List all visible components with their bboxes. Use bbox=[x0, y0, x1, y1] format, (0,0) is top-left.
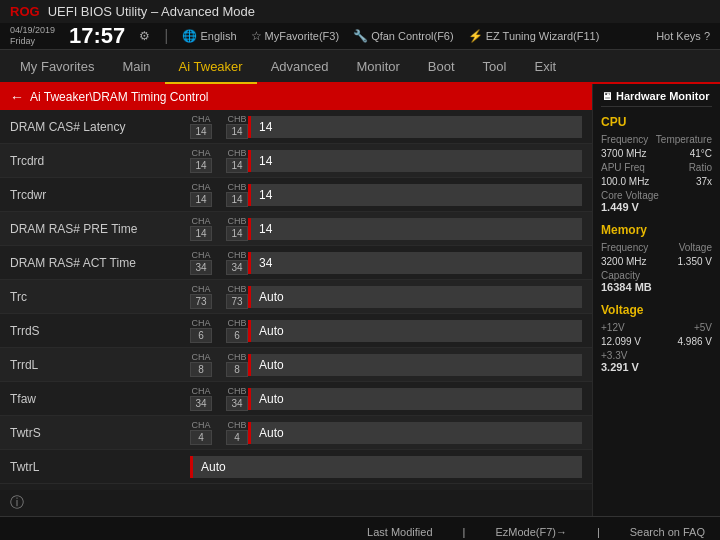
setting-value[interactable]: Auto bbox=[190, 456, 582, 478]
mem-freq-val-row: 3200 MHz 1.350 V bbox=[601, 256, 712, 267]
tab-my-favorites[interactable]: My Favorites bbox=[6, 49, 108, 83]
voltage-12-row: +12V +5V bbox=[601, 322, 712, 333]
tab-ai-tweaker[interactable]: Ai Tweaker bbox=[165, 50, 257, 84]
language-label: English bbox=[200, 30, 236, 42]
setting-name: Trcdwr bbox=[10, 188, 190, 202]
setting-value[interactable]: 14 bbox=[248, 150, 582, 172]
setting-value[interactable]: Auto bbox=[248, 422, 582, 444]
star-icon: ☆ bbox=[251, 29, 262, 43]
ez-tuning-button[interactable]: ⚡ EZ Tuning Wizard(F11) bbox=[468, 29, 600, 43]
time-display: 17:57 bbox=[69, 25, 125, 47]
table-row[interactable]: DRAM RAS# PRE TimeCHA14CHB1414 bbox=[0, 212, 592, 246]
main-layout: ← Ai Tweaker\DRAM Timing Control DRAM CA… bbox=[0, 84, 720, 516]
table-row[interactable]: TrrdSCHA6CHB6Auto bbox=[0, 314, 592, 348]
cpu-freq-val: 3700 MHz bbox=[601, 148, 647, 159]
table-row[interactable]: TrcdwrCHA14CHB1414 bbox=[0, 178, 592, 212]
voltage-label: Voltage bbox=[601, 303, 712, 317]
setting-value[interactable]: 14 bbox=[248, 116, 582, 138]
table-row[interactable]: TrrdLCHA8CHB8Auto bbox=[0, 348, 592, 382]
bios-title: UEFI BIOS Utility – Advanced Mode bbox=[48, 4, 255, 19]
setting-name: TrrdL bbox=[10, 358, 190, 372]
ez-mode-button[interactable]: EzMode(F7)→ bbox=[495, 526, 567, 538]
channel-group: CHA4CHB4 bbox=[190, 420, 248, 445]
myfavorites-label: MyFavorite(F3) bbox=[265, 30, 340, 42]
cpu-ratio-key: Ratio bbox=[689, 162, 712, 173]
channel-group: CHA14CHB14 bbox=[190, 182, 248, 207]
v33-key: +3.3V bbox=[601, 350, 712, 361]
cpu-section: CPU Frequency Temperature 3700 MHz 41°C … bbox=[601, 115, 712, 213]
core-voltage-key: Core Voltage bbox=[601, 190, 712, 201]
table-row[interactable]: TrcdrdCHA14CHB1414 bbox=[0, 144, 592, 178]
setting-name: DRAM RAS# ACT Time bbox=[10, 256, 190, 270]
breadcrumb: ← Ai Tweaker\DRAM Timing Control bbox=[0, 84, 592, 110]
cpu-apu-row: APU Freq Ratio bbox=[601, 162, 712, 173]
tab-exit[interactable]: Exit bbox=[520, 49, 570, 83]
mem-voltage-val: 1.350 V bbox=[678, 256, 712, 267]
rog-logo: ROG bbox=[10, 4, 40, 19]
hw-monitor-panel: 🖥 Hardware Monitor CPU Frequency Tempera… bbox=[592, 84, 720, 516]
settings-list: DRAM CAS# LatencyCHA14CHB1414TrcdrdCHA14… bbox=[0, 110, 592, 490]
memory-label: Memory bbox=[601, 223, 712, 237]
setting-value[interactable]: 34 bbox=[248, 252, 582, 274]
globe-icon: 🌐 bbox=[182, 29, 197, 43]
tab-main[interactable]: Main bbox=[108, 49, 164, 83]
hot-keys-label: Hot Keys bbox=[656, 30, 701, 42]
myfavorites-button[interactable]: ☆ MyFavorite(F3) bbox=[251, 29, 340, 43]
fan-icon: 🔧 bbox=[353, 29, 368, 43]
v12-key: +12V bbox=[601, 322, 625, 333]
help-icon: ? bbox=[704, 30, 710, 42]
tab-monitor[interactable]: Monitor bbox=[343, 49, 414, 83]
cpu-temp-val: 41°C bbox=[690, 148, 712, 159]
separator-line: | bbox=[463, 526, 466, 538]
table-row[interactable]: TfawCHA34CHB34Auto bbox=[0, 382, 592, 416]
setting-value[interactable]: Auto bbox=[248, 354, 582, 376]
setting-value[interactable]: 14 bbox=[248, 184, 582, 206]
setting-value[interactable]: Auto bbox=[248, 286, 582, 308]
settings-icon[interactable]: ⚙ bbox=[139, 29, 150, 43]
tab-tool[interactable]: Tool bbox=[469, 49, 521, 83]
cpu-ratio-val: 37x bbox=[696, 176, 712, 187]
core-voltage-val: 1.449 V bbox=[601, 201, 712, 213]
table-row[interactable]: TrcCHA73CHB73Auto bbox=[0, 280, 592, 314]
search-faq-button[interactable]: Search on FAQ bbox=[630, 526, 705, 538]
breadcrumb-text: Ai Tweaker\DRAM Timing Control bbox=[30, 90, 209, 104]
table-row[interactable]: TwtrLAuto bbox=[0, 450, 592, 484]
qfan-label: Qfan Control(F6) bbox=[371, 30, 454, 42]
table-row[interactable]: TwtrSCHA4CHB4Auto bbox=[0, 416, 592, 450]
nav-tabs: My Favorites Main Ai Tweaker Advanced Mo… bbox=[0, 50, 720, 84]
setting-name: DRAM RAS# PRE Time bbox=[10, 222, 190, 236]
setting-value[interactable]: Auto bbox=[248, 320, 582, 342]
cpu-apu-val: 100.0 MHz bbox=[601, 176, 649, 187]
monitor-icon: 🖥 bbox=[601, 90, 612, 102]
table-row[interactable]: DRAM CAS# LatencyCHA14CHB1414 bbox=[0, 110, 592, 144]
v5-val: 4.986 V bbox=[678, 336, 712, 347]
v33-val: 3.291 V bbox=[601, 361, 712, 373]
tab-boot[interactable]: Boot bbox=[414, 49, 469, 83]
mem-capacity-val: 16384 MB bbox=[601, 281, 712, 293]
channel-group: CHA14CHB14 bbox=[190, 148, 248, 173]
setting-value[interactable]: Auto bbox=[248, 388, 582, 410]
info-icon-area[interactable]: ⓘ bbox=[0, 490, 592, 516]
mem-freq-row: Frequency Voltage bbox=[601, 242, 712, 253]
wand-icon: ⚡ bbox=[468, 29, 483, 43]
cpu-apu-val-row: 100.0 MHz 37x bbox=[601, 176, 712, 187]
channel-group: CHA6CHB6 bbox=[190, 318, 248, 343]
setting-name: TrrdS bbox=[10, 324, 190, 338]
table-row[interactable]: DRAM RAS# ACT TimeCHA34CHB3434 bbox=[0, 246, 592, 280]
date-display: 04/19/2019 bbox=[10, 25, 55, 36]
setting-name: TwtrL bbox=[10, 460, 190, 474]
language-selector[interactable]: 🌐 English bbox=[182, 29, 236, 43]
cpu-freq-val-row: 3700 MHz 41°C bbox=[601, 148, 712, 159]
hot-keys-button[interactable]: Hot Keys ? bbox=[656, 30, 710, 42]
setting-name: Trcdrd bbox=[10, 154, 190, 168]
cpu-label: CPU bbox=[601, 115, 712, 129]
info-bar: 04/19/2019 Friday 17:57 ⚙ | 🌐 English ☆ … bbox=[0, 23, 720, 50]
bottom-bar: Last Modified | EzMode(F7)→ | Search on … bbox=[0, 516, 720, 540]
qfan-button[interactable]: 🔧 Qfan Control(F6) bbox=[353, 29, 454, 43]
cpu-apu-key: APU Freq bbox=[601, 162, 645, 173]
tab-advanced[interactable]: Advanced bbox=[257, 49, 343, 83]
back-arrow[interactable]: ← bbox=[10, 89, 24, 105]
hw-monitor-title: 🖥 Hardware Monitor bbox=[601, 90, 712, 107]
setting-value[interactable]: 14 bbox=[248, 218, 582, 240]
datetime-display: 04/19/2019 Friday bbox=[10, 25, 55, 47]
